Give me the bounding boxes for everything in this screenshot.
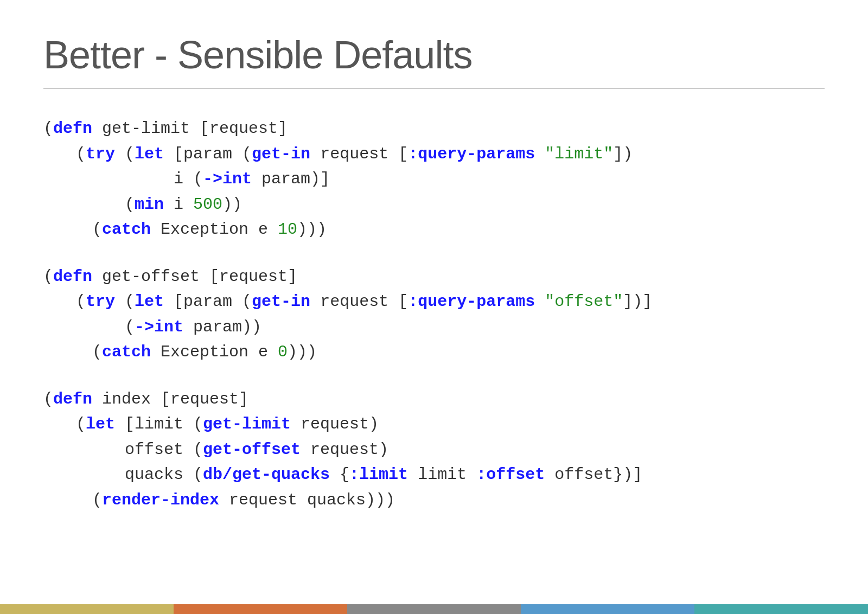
- code-block-get-offset: (defn get-offset [request] (try (let [pa…: [43, 264, 825, 365]
- code-line-m1: (defn get-offset [request]: [43, 264, 825, 290]
- code-line-m4: (catch Exception e 0))): [43, 340, 825, 365]
- code-line-n3: offset (get-offset request): [43, 437, 825, 463]
- bar-segment-5: [694, 604, 868, 614]
- code-block-get-limit: (defn get-limit [request] (try (let [par…: [43, 116, 825, 242]
- title-divider: [43, 88, 825, 89]
- slide: Better - Sensible Defaults (defn get-lim…: [0, 0, 868, 614]
- code-line-n4: quacks (db/get-quacks {:limit limit :off…: [43, 462, 825, 488]
- bar-segment-3: [347, 604, 521, 614]
- slide-title: Better - Sensible Defaults: [43, 33, 825, 77]
- code-line-3: i (->int param)]: [43, 167, 825, 192]
- code-block-index: (defn index [request] (let [limit (get-l…: [43, 387, 825, 513]
- code-line-1: (defn get-limit [request]: [43, 116, 825, 142]
- code-line-m3: (->int param)): [43, 315, 825, 340]
- code-content: (defn get-limit [request] (try (let [par…: [43, 116, 825, 534]
- code-line-n1: (defn index [request]: [43, 387, 825, 412]
- code-line-m2: (try (let [param (get-in request [:query…: [43, 289, 825, 315]
- code-line-4: (min i 500)): [43, 192, 825, 218]
- code-line-5: (catch Exception e 10))): [43, 217, 825, 242]
- bar-segment-1: [0, 604, 174, 614]
- code-line-n5: (render-index request quacks))): [43, 488, 825, 513]
- bar-segment-4: [521, 604, 694, 614]
- code-line-2: (try (let [param (get-in request [:query…: [43, 142, 825, 167]
- bar-segment-2: [174, 604, 347, 614]
- code-line-n2: (let [limit (get-limit request): [43, 412, 825, 437]
- bottom-bar: [0, 604, 868, 614]
